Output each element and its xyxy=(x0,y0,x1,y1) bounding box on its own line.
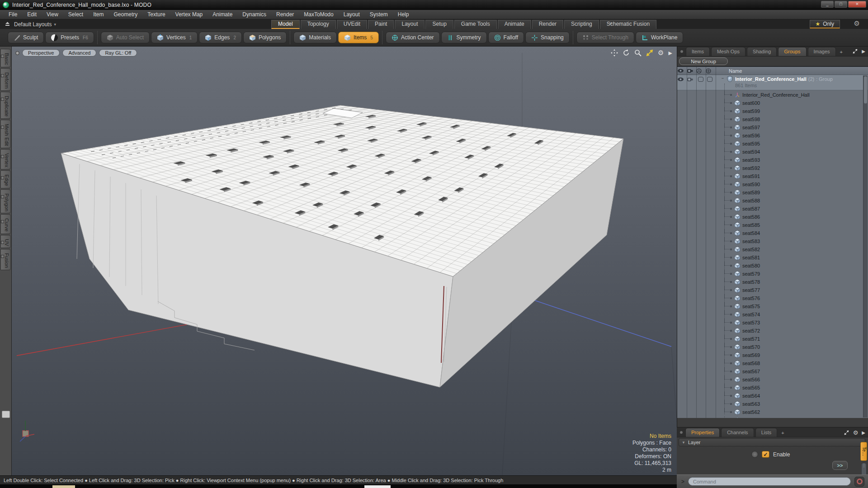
select-through-button[interactable]: Select Through xyxy=(576,32,634,43)
tree-row[interactable]: seat566 xyxy=(677,375,863,384)
menu-item[interactable]: Dynamics xyxy=(237,10,271,19)
expand-panel-icon[interactable] xyxy=(844,430,849,436)
tree-row[interactable]: seat562 xyxy=(677,408,863,416)
group-render-toggle[interactable] xyxy=(687,77,693,82)
menu-item[interactable]: View xyxy=(42,10,63,19)
panel-tab[interactable]: Images xyxy=(808,47,836,56)
maximize-button[interactable]: □ xyxy=(835,1,847,8)
workplane-button[interactable]: WorkPlane xyxy=(636,32,683,43)
add-properties-tab-button[interactable]: + xyxy=(778,429,787,437)
menu-item[interactable]: Select xyxy=(63,10,88,19)
auto-select-button[interactable]: Auto Select xyxy=(101,32,150,43)
tree-row[interactable]: seat592 xyxy=(677,164,863,172)
tree-row[interactable]: seat568 xyxy=(677,359,863,367)
panel-tab[interactable]: Items xyxy=(686,47,710,56)
ghost-column-icon[interactable] xyxy=(706,68,711,74)
tree-row[interactable]: seat567 xyxy=(677,367,863,375)
layout-tab[interactable]: Paint xyxy=(368,20,394,29)
properties-tab[interactable]: Properties xyxy=(685,428,720,437)
sidebar-vertical-tab[interactable]: Mesh Edit xyxy=(0,120,11,148)
tree-row[interactable]: seat598 xyxy=(677,115,863,123)
default-layouts-dropdown[interactable]: Default Layouts xyxy=(14,21,52,28)
menu-item[interactable]: Vertex Map xyxy=(170,10,208,19)
render-column-camera-icon[interactable] xyxy=(687,68,693,73)
name-column-header[interactable]: Name xyxy=(729,68,742,74)
layout-tab[interactable]: Topology xyxy=(301,20,336,29)
menu-item[interactable]: Geometry xyxy=(109,10,143,19)
snapping-button[interactable]: Snapping xyxy=(525,32,570,43)
tree-row[interactable]: seat563 xyxy=(677,400,863,408)
layer-section-header[interactable]: ▼ Layer xyxy=(679,438,865,446)
presets-button[interactable]: PresetsF6 xyxy=(45,32,94,43)
menu-item[interactable]: Animate xyxy=(208,10,237,19)
viewport-options-dot[interactable] xyxy=(15,51,19,55)
3d-viewport[interactable]: Perspective Advanced Ray GL: Off ⚙ ▶ No … xyxy=(12,47,677,475)
tree-row[interactable]: seat585 xyxy=(677,221,863,229)
layout-tab[interactable]: UVEdit xyxy=(337,20,367,29)
sidebar-vertical-tab[interactable]: Duplicate xyxy=(0,92,11,119)
polygons-mode-button[interactable]: Polygons xyxy=(243,32,287,43)
sidebar-vertical-tab[interactable]: Polygon xyxy=(0,189,11,214)
panel-tab[interactable]: Shading xyxy=(747,47,777,56)
sidebar-vertical-tab[interactable]: Basic xyxy=(0,49,11,67)
restore-layout-icon[interactable] xyxy=(5,21,10,27)
properties-gear-icon[interactable]: ⚙ xyxy=(853,429,859,436)
materials-mode-button[interactable]: Materials xyxy=(293,32,337,43)
add-layout-tab-button[interactable]: + xyxy=(606,20,616,27)
tree-row[interactable]: seat599 xyxy=(677,107,863,115)
panel-thumb-icon[interactable] xyxy=(679,431,683,434)
tree-row[interactable]: seat572 xyxy=(677,327,863,335)
tree-row[interactable]: seat581 xyxy=(677,253,863,262)
tree-row[interactable]: seat586 xyxy=(677,213,863,221)
group-eye-toggle[interactable] xyxy=(677,77,684,82)
panel-tab[interactable]: Groups xyxy=(778,47,806,56)
mini-preview-box[interactable] xyxy=(2,411,10,418)
layout-tab[interactable]: Animate xyxy=(498,20,531,29)
menu-item[interactable]: Item xyxy=(88,10,108,19)
tree-row[interactable]: seat570 xyxy=(677,343,863,351)
tree-row[interactable]: seat593 xyxy=(677,156,863,164)
lock-column-icon[interactable] xyxy=(696,68,702,74)
tree-row[interactable]: seat589 xyxy=(677,188,863,197)
sidebar-vertical-tab[interactable]: Edge xyxy=(0,170,11,188)
sidebar-vertical-tab[interactable]: Vertex xyxy=(0,149,11,169)
properties-tab[interactable]: Channels xyxy=(721,428,754,437)
sidebar-vertical-tab[interactable]: UV xyxy=(0,235,11,248)
minimize-button[interactable]: _ xyxy=(821,1,834,8)
close-button[interactable]: ✕ xyxy=(848,1,866,8)
tree-row[interactable]: seat571 xyxy=(677,335,863,343)
collapse-group-icon[interactable]: − xyxy=(721,77,725,81)
sculpt-button[interactable]: Sculpt xyxy=(8,32,44,43)
tree-row[interactable]: seat597 xyxy=(677,123,863,131)
group-name[interactable]: Interior_Red_Conference_Hall xyxy=(735,76,807,82)
tree-scrollbar[interactable] xyxy=(863,75,868,418)
layout-tab[interactable]: Scripting xyxy=(564,20,599,29)
maximize-viewport-icon[interactable] xyxy=(646,49,653,56)
expand-panel-icon[interactable] xyxy=(852,48,858,54)
more-button[interactable]: >> xyxy=(832,461,848,470)
tree-row[interactable]: seat573 xyxy=(677,319,863,327)
tree-row[interactable]: seat584 xyxy=(677,229,863,237)
menu-item[interactable]: Edit xyxy=(22,10,42,19)
tree-row[interactable]: seat590 xyxy=(677,180,863,188)
layout-tab[interactable]: Render xyxy=(532,20,563,29)
macro-record-button[interactable] xyxy=(854,477,864,487)
sidebar-vertical-tab[interactable]: Curve xyxy=(0,214,11,234)
layout-tab[interactable]: Setup xyxy=(425,20,453,29)
panel-tab[interactable]: Mesh Ops xyxy=(711,47,745,56)
group-header-row[interactable]: − Interior_Red_Conference_Hall (2) : Gro… xyxy=(677,75,868,90)
sidebar-vertical-tab[interactable]: Deform xyxy=(0,68,11,91)
raygl-toggle[interactable]: Ray GL: Off xyxy=(99,49,137,56)
add-panel-tab-button[interactable]: + xyxy=(837,48,845,56)
tree-row[interactable]: Interior_Red_Conference_Hall xyxy=(677,91,863,99)
enable-checkbox[interactable]: ✓ xyxy=(762,451,769,458)
menu-item[interactable]: Texture xyxy=(142,10,170,19)
viewport-expand-arrow-icon[interactable]: ▶ xyxy=(669,50,672,56)
tree-row[interactable]: seat578 xyxy=(677,278,863,286)
channel-circle-button[interactable] xyxy=(751,451,758,458)
tree-row[interactable]: seat587 xyxy=(677,205,863,213)
tree-row[interactable]: seat600 xyxy=(677,99,863,107)
viewport-gear-icon[interactable]: ⚙ xyxy=(658,49,664,57)
menu-item[interactable]: Help xyxy=(393,10,414,19)
command-input[interactable] xyxy=(688,477,851,486)
